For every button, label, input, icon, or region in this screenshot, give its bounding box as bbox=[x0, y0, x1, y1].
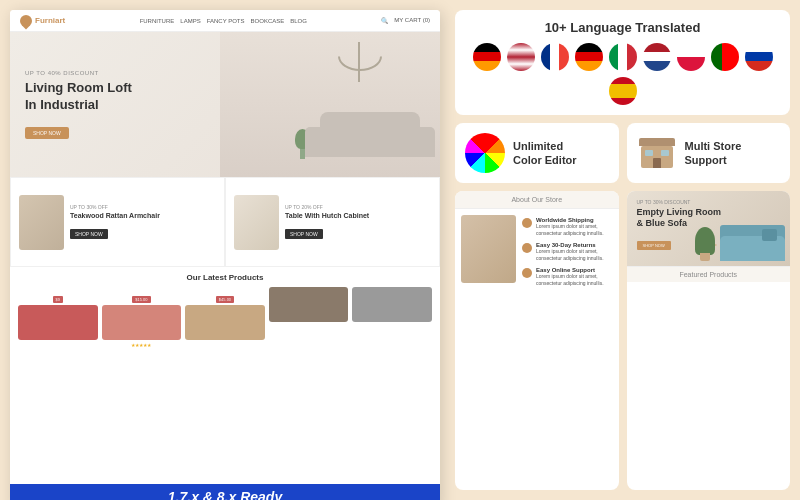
flag-german bbox=[473, 43, 501, 71]
hero-content: UP TO 40% DISCOUNT Living Room Loft In I… bbox=[10, 58, 147, 152]
product-name-1: Teakwood Rattan Armchair bbox=[70, 212, 216, 220]
website-mockup: Furniart FURNITURE LAMPS FANCY POTS BOOK… bbox=[10, 10, 440, 500]
hero-room-bg bbox=[220, 32, 440, 177]
store-roof bbox=[639, 138, 675, 146]
nav-right: 🔍 MY CART (0) bbox=[381, 17, 430, 24]
price-3: $45.00 bbox=[216, 296, 234, 303]
flag-us bbox=[507, 43, 535, 71]
hero2-discount: UP TO 30% DISCOUNT bbox=[637, 199, 781, 205]
flag-german2 bbox=[575, 43, 603, 71]
latest-item-1: $9 bbox=[18, 287, 98, 348]
logo-icon bbox=[18, 12, 35, 29]
language-flags bbox=[470, 43, 775, 105]
about-header: About Our Store bbox=[455, 191, 619, 209]
about-image bbox=[461, 215, 516, 283]
nav-search-icon[interactable]: 🔍 bbox=[381, 17, 388, 24]
flag-french bbox=[541, 43, 569, 71]
hero2-sofa bbox=[715, 216, 785, 261]
plant2-leaves bbox=[695, 227, 715, 255]
returns-desc: Lorem ipsum dolor sit amet, consectetur … bbox=[536, 248, 613, 261]
product-card-1: UP TO 30% OFF Teakwood Rattan Armchair S… bbox=[10, 177, 225, 267]
nav-blog[interactable]: BLOG bbox=[290, 18, 307, 24]
about-content: Worldwide Shipping Lorem ipsum dolor sit… bbox=[455, 209, 619, 289]
returns-icon bbox=[522, 243, 532, 253]
hero2-card: UP TO 30% DISCOUNT Empty Living Room & B… bbox=[627, 191, 791, 490]
product-card-2: UP TO 20% OFF Table With Hutch Cabinet S… bbox=[225, 177, 440, 267]
shipping-desc: Lorem ipsum dolor sit amet, consectetur … bbox=[536, 223, 613, 236]
support-desc: Lorem ipsum dolor sit amet, consectetur … bbox=[536, 273, 613, 286]
nav-lamps[interactable]: LAMPS bbox=[180, 18, 200, 24]
support-icon bbox=[522, 268, 532, 278]
store-door bbox=[653, 158, 661, 168]
store-window-left bbox=[645, 150, 653, 156]
mid-features: Unlimited Color Editor Multi Store Suppo… bbox=[455, 123, 790, 183]
color-wheel-icon bbox=[465, 133, 505, 173]
nav-bookcase[interactable]: BOOKCASE bbox=[251, 18, 285, 24]
hero-title: Living Room Loft In Industrial bbox=[25, 80, 132, 114]
latest-img-3 bbox=[185, 305, 265, 340]
flag-polish bbox=[677, 43, 705, 71]
language-title: 10+ Language Translated bbox=[470, 20, 775, 35]
plant2 bbox=[695, 226, 715, 261]
flag-portuguese bbox=[711, 43, 739, 71]
nav-cart[interactable]: MY CART (0) bbox=[394, 17, 430, 24]
nav-furniture[interactable]: FURNITURE bbox=[140, 18, 175, 24]
hero2-section: UP TO 30% DISCOUNT Empty Living Room & B… bbox=[627, 191, 791, 266]
products-row: UP TO 30% OFF Teakwood Rattan Armchair S… bbox=[10, 177, 440, 267]
product-image-2 bbox=[234, 195, 279, 250]
stars-2: ★★★★★ bbox=[102, 342, 182, 348]
color-editor-card: Unlimited Color Editor bbox=[455, 123, 619, 183]
product-info-2: UP TO 20% OFF Table With Hutch Cabinet S… bbox=[285, 204, 431, 240]
featured-label: Featured Products bbox=[627, 266, 791, 282]
latest-item-3: $45.00 bbox=[185, 287, 265, 348]
latest-section: Our Latest Products $9 $15.00 ★★★★★ $45.… bbox=[10, 267, 440, 354]
latest-img-4 bbox=[269, 287, 349, 322]
logo-text: Furniart bbox=[35, 16, 65, 25]
right-panel: 10+ Language Translated Unlimited C bbox=[450, 0, 800, 500]
about-feature-1: Worldwide Shipping Lorem ipsum dolor sit… bbox=[522, 217, 613, 236]
version-badge: 1.7.x & 8.x Ready bbox=[10, 484, 440, 500]
price-2: $15.00 bbox=[132, 296, 150, 303]
multi-store-text: Multi Store Support bbox=[685, 139, 742, 168]
color-editor-text: Unlimited Color Editor bbox=[513, 139, 577, 168]
flag-spanish bbox=[609, 77, 637, 105]
product-image-1 bbox=[19, 195, 64, 250]
flag-italian bbox=[609, 43, 637, 71]
hero-discount: UP TO 40% DISCOUNT bbox=[25, 70, 132, 76]
multi-store-card: Multi Store Support bbox=[627, 123, 791, 183]
language-section: 10+ Language Translated bbox=[455, 10, 790, 115]
nav-fancy-pots[interactable]: FANCY POTS bbox=[207, 18, 245, 24]
store-icon bbox=[637, 133, 677, 173]
sofa2-pillow bbox=[762, 229, 777, 241]
product-btn-2[interactable]: SHOP NOW bbox=[285, 229, 323, 239]
hero-section: UP TO 40% DISCOUNT Living Room Loft In I… bbox=[10, 32, 440, 177]
product-btn-1[interactable]: SHOP NOW bbox=[70, 229, 108, 239]
about-feature-3: Easy Online Support Lorem ipsum dolor si… bbox=[522, 267, 613, 286]
product-discount-2: UP TO 20% OFF bbox=[285, 204, 431, 210]
latest-item-4 bbox=[269, 287, 349, 348]
store-window-right bbox=[661, 150, 669, 156]
price-1: $9 bbox=[53, 296, 63, 303]
flag-russian bbox=[745, 43, 773, 71]
latest-products-grid: $9 $15.00 ★★★★★ $45.00 bbox=[18, 287, 432, 348]
store-body bbox=[641, 146, 673, 168]
product-discount-1: UP TO 30% OFF bbox=[70, 204, 216, 210]
product-name-2: Table With Hutch Cabinet bbox=[285, 212, 431, 220]
latest-title: Our Latest Products bbox=[18, 273, 432, 282]
latest-img-2 bbox=[102, 305, 182, 340]
product-info-1: UP TO 30% OFF Teakwood Rattan Armchair S… bbox=[70, 204, 216, 240]
about-store-card: About Our Store Worldwide Shipping Lorem… bbox=[455, 191, 619, 490]
lamp-decoration bbox=[358, 42, 360, 82]
nav-links: FURNITURE LAMPS FANCY POTS BOOKCASE BLOG bbox=[140, 18, 307, 24]
hero2-shop-button[interactable]: SHOP NOW bbox=[637, 241, 671, 250]
nav-logo: Furniart bbox=[20, 15, 65, 27]
latest-item-5 bbox=[352, 287, 432, 348]
latest-img-1 bbox=[18, 305, 98, 340]
main-container: Furniart FURNITURE LAMPS FANCY POTS BOOK… bbox=[0, 0, 800, 500]
hero-shop-button[interactable]: SHOP NOW bbox=[25, 127, 69, 139]
about-feature-2: Easy 30-Day Returns Lorem ipsum dolor si… bbox=[522, 242, 613, 261]
bottom-panels: About Our Store Worldwide Shipping Lorem… bbox=[455, 191, 790, 490]
sofa-decoration bbox=[320, 112, 420, 157]
latest-img-5 bbox=[352, 287, 432, 322]
about-features-list: Worldwide Shipping Lorem ipsum dolor sit… bbox=[522, 215, 613, 283]
